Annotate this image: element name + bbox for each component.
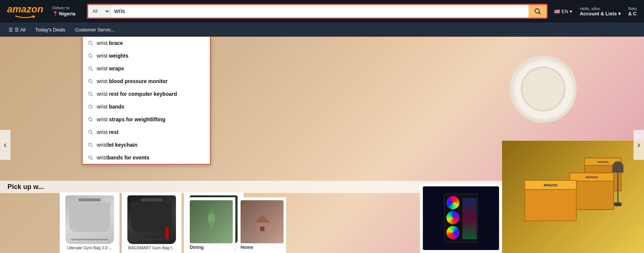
svg-line-16 <box>92 82 93 83</box>
product-card[interactable]: Ultimate Gym Bag 2.0:... <box>60 192 120 253</box>
logo-text: amazon <box>7 4 43 14</box>
suggestion-text: wrist rest for computer keyboard <box>97 91 177 97</box>
svg-line-18 <box>92 95 93 96</box>
search-suggestion-icon <box>88 117 93 122</box>
suggestion-text: wrist wraps <box>97 65 124 71</box>
home-image <box>241 200 284 243</box>
product-image <box>65 195 114 244</box>
autocomplete-item-4[interactable]: wrist rest for computer keyboard <box>83 88 210 100</box>
search-suggestion-icon <box>88 104 93 109</box>
search-bar: All <box>87 4 548 19</box>
suggestion-text: wrist rest <box>97 129 118 135</box>
product-card[interactable]: BAGSMART Gym Bag f... <box>122 192 182 253</box>
nav-customer-service[interactable]: Customer Servic... <box>71 24 119 35</box>
autocomplete-item-9[interactable]: wristbands for events <box>83 151 210 164</box>
logo-smile-icon <box>14 14 36 18</box>
search-suggestion-icon <box>88 40 93 46</box>
nav-today-deals[interactable]: Today's Deals <box>31 24 69 35</box>
category-home[interactable]: Home <box>238 197 286 253</box>
account-lists: Account & Lists ▾ <box>580 11 621 16</box>
deliver-to-label: Deliver to <box>52 5 81 10</box>
plate-image <box>510 55 577 123</box>
autocomplete-dropdown: wrist brace wrist weights wrist wraps wr… <box>82 37 211 165</box>
suggestion-text: wristbands for events <box>97 155 149 161</box>
dining-image <box>190 200 233 243</box>
home-label: Home <box>241 245 283 250</box>
svg-point-15 <box>89 79 92 82</box>
svg-marker-7 <box>255 214 270 223</box>
product-name: Ultimate Gym Bag 2.0:... <box>67 246 112 250</box>
category-row: Dining Home <box>187 197 286 253</box>
svg-point-13 <box>89 67 92 70</box>
search-suggestion-icon <box>88 91 93 97</box>
header: amazon Deliver to 📍 Nigeria All 🇺🇸 EN <box>0 0 644 22</box>
svg-point-23 <box>89 130 92 133</box>
gaming-image <box>423 186 499 250</box>
autocomplete-item-3[interactable]: wrist blood pressure monitor <box>83 75 210 88</box>
dining-label: Dining <box>190 245 232 250</box>
svg-point-11 <box>89 54 92 57</box>
autocomplete-item-7[interactable]: wrist rest <box>83 126 210 138</box>
svg-point-19 <box>89 105 92 108</box>
pin-icon: 📍 <box>52 11 58 17</box>
svg-line-24 <box>92 133 93 134</box>
plate-inner <box>521 67 566 112</box>
search-button[interactable] <box>529 5 547 18</box>
category-dining[interactable]: Dining <box>187 197 235 253</box>
autocomplete-item-8[interactable]: wristlet keychain <box>83 138 210 151</box>
search-icon <box>534 7 541 15</box>
lang-code: EN <box>561 9 568 14</box>
svg-point-3 <box>208 214 214 223</box>
svg-point-0 <box>535 9 539 13</box>
returns-sub: & C <box>628 11 637 16</box>
search-suggestion-icon <box>88 79 93 84</box>
nav-all[interactable]: ☰ ☰ All <box>4 24 30 35</box>
suggestion-text: wristlet keychain <box>97 142 137 148</box>
deliver-to[interactable]: Deliver to 📍 Nigeria <box>50 3 83 19</box>
lang-chevron-icon: ▾ <box>570 9 572 14</box>
autocomplete-item-6[interactable]: wrist straps for weightlifting <box>83 113 210 126</box>
amazon-logo[interactable]: amazon <box>4 2 46 20</box>
autocomplete-item-2[interactable]: wrist wraps <box>83 62 210 75</box>
product-image <box>127 195 176 244</box>
svg-point-21 <box>89 118 92 121</box>
carousel-next[interactable]: › <box>634 130 644 160</box>
carousel-prev[interactable]: ‹ <box>0 130 10 160</box>
svg-line-22 <box>92 121 93 122</box>
account-greeting: Hello, sifon <box>580 6 621 11</box>
suggestion-text: wrist brace <box>97 40 123 46</box>
autocomplete-item-1[interactable]: wrist weights <box>83 49 210 62</box>
hamburger-icon: ☰ <box>9 27 13 33</box>
main-content: ‹ › Pick up w... or under $50 Ultimate G… <box>0 37 644 253</box>
svg-rect-8 <box>260 226 264 231</box>
svg-point-27 <box>89 156 92 159</box>
svg-point-5 <box>207 230 216 232</box>
returns-orders[interactable]: Retu & C <box>626 4 640 18</box>
search-suggestion-icon <box>88 155 93 160</box>
product-name: BAGSMART Gym Bag f... <box>128 246 175 250</box>
search-input[interactable] <box>111 5 529 18</box>
autocomplete-item-5[interactable]: wrist bands <box>83 100 210 113</box>
header-right: 🇺🇸 EN ▾ Hello, sifon Account & Lists ▾ R… <box>551 4 640 18</box>
suggestion-text: wrist weights <box>97 53 129 59</box>
returns-label: Retu <box>628 6 637 11</box>
suggestion-text: wrist straps for weightlifting <box>97 116 165 122</box>
svg-line-1 <box>539 13 541 15</box>
svg-point-25 <box>89 143 92 146</box>
svg-line-26 <box>92 146 93 147</box>
search-category-select[interactable]: All <box>88 5 111 18</box>
autocomplete-item-0[interactable]: wrist brace <box>83 37 210 49</box>
search-suggestion-icon <box>88 142 93 147</box>
language-selector[interactable]: 🇺🇸 EN ▾ <box>551 7 575 16</box>
svg-line-14 <box>92 70 93 71</box>
svg-line-20 <box>92 108 93 109</box>
search-suggestion-icon <box>88 129 93 135</box>
account-menu[interactable]: Hello, sifon Account & Lists ▾ <box>577 4 623 18</box>
search-suggestion-icon <box>88 66 93 71</box>
navbar: ☰ ☰ All Today's Deals Customer Servic... <box>0 22 644 37</box>
svg-point-17 <box>89 92 92 95</box>
amazon-boxes: amazon amazon amazon <box>502 141 644 253</box>
flag-icon: 🇺🇸 <box>554 9 560 14</box>
gaming-section[interactable] <box>420 183 502 253</box>
pickup-title: Pick up w... <box>7 183 44 191</box>
